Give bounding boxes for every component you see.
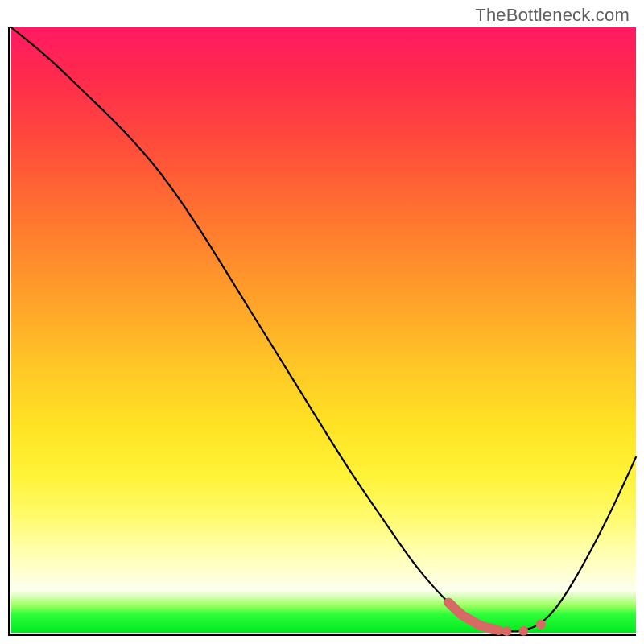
- valley-highlights: [448, 602, 546, 636]
- highlight-dot: [536, 620, 546, 630]
- highlight-segment: [489, 628, 499, 630]
- highlight-dot: [518, 626, 528, 636]
- plot-frame: [8, 27, 636, 636]
- highlight-dot: [502, 626, 511, 636]
- highlight-segment: [448, 602, 486, 627]
- curve-path: [11, 27, 636, 631]
- attribution-text: TheBottleneck.com: [475, 5, 630, 26]
- chart-root: TheBottleneck.com: [0, 0, 644, 644]
- bottleneck-curve: [11, 27, 636, 633]
